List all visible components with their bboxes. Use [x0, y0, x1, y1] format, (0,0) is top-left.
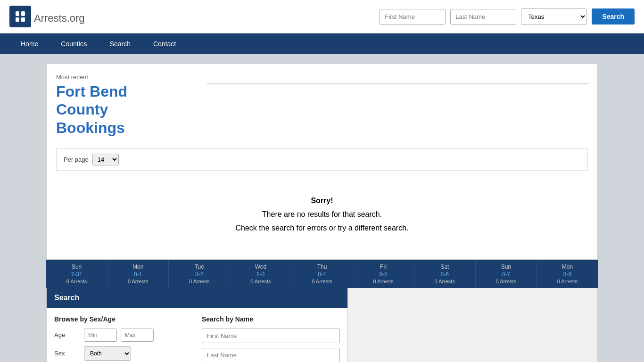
nav-bar: Home Counties Search Contact — [0, 33, 644, 54]
cal-day-1: Mon 8-1 0 Arrests — [107, 260, 169, 288]
header-last-name-input[interactable] — [450, 9, 516, 25]
bottom-section: Search Browse by Sex/Age Age Sex Both Ma — [46, 288, 598, 362]
per-page-select[interactable]: 14 25 50 100 — [92, 154, 119, 165]
main-content: Most recent Fort Bend County Bookings Pe… — [39, 54, 605, 362]
cal-day-3: Wed 8-3 0 Arrests — [230, 260, 291, 288]
sex-select[interactable]: Both Male Female — [84, 346, 131, 361]
calendar-strip: Sun 7-31 0 Arrests Mon 8-1 0 Arrests Tue… — [46, 259, 598, 288]
search-panel: Search Browse by Sex/Age Age Sex Both Ma — [46, 288, 348, 362]
age-max-input[interactable] — [121, 329, 154, 342]
cal-date-8[interactable]: 8-8 — [539, 271, 596, 278]
cal-day-6: Sat 8-6 0 Arrests — [414, 260, 476, 288]
header-search-button[interactable]: Search — [592, 8, 635, 25]
search-by-name: Search by Name Search — [202, 315, 340, 362]
nav-contact[interactable]: Contact — [142, 33, 187, 54]
cal-day-4: Thu 8-4 0 Arrests — [291, 260, 353, 288]
sex-label: Sex — [54, 350, 80, 357]
cal-date-0[interactable]: 7-31 — [48, 271, 105, 278]
cal-day-7: Sun 8-7 0 Arrests — [476, 260, 537, 288]
nav-home[interactable]: Home — [9, 33, 50, 54]
cal-date-5[interactable]: 8-5 — [355, 271, 412, 278]
divider — [207, 83, 588, 84]
header-state-select[interactable]: Texas — [521, 8, 587, 25]
age-row: Age — [54, 329, 192, 342]
cal-date-1[interactable]: 8-1 — [109, 271, 166, 278]
per-page-label: Per page — [64, 156, 89, 163]
most-recent-label: Most recent — [56, 74, 198, 81]
search-last-name-input[interactable] — [202, 348, 340, 362]
cal-date-2[interactable]: 8-2 — [171, 271, 228, 278]
svg-rect-3 — [21, 17, 25, 22]
cal-date-7[interactable]: 8-7 — [478, 271, 535, 278]
sex-row: Sex Both Male Female — [54, 346, 192, 361]
cal-day-8: Mon 8-8 0 Arrests — [537, 260, 598, 288]
right-panel — [348, 288, 598, 362]
logo-icon — [9, 6, 31, 27]
cal-day-5: Fri 8-5 0 Arrests — [353, 260, 414, 288]
per-page-row: Per page 14 25 50 100 — [56, 148, 588, 171]
cal-date-4[interactable]: 8-4 — [293, 271, 350, 278]
search-panel-header: Search — [47, 288, 347, 308]
search-panel-body: Browse by Sex/Age Age Sex Both Male Fema… — [47, 308, 347, 362]
cal-date-3[interactable]: 8-3 — [232, 271, 289, 278]
header: Arrests.org Texas Search — [0, 0, 644, 33]
nav-counties[interactable]: Counties — [50, 33, 98, 54]
svg-rect-1 — [21, 11, 25, 16]
logo-suffix: .org — [67, 12, 85, 24]
no-results-message: Sorry! There are no results for that sea… — [56, 180, 588, 249]
svg-rect-0 — [16, 11, 19, 16]
cal-day-0: Sun 7-31 0 Arrests — [46, 260, 107, 288]
county-title: Fort Bend County Bookings — [56, 82, 198, 137]
search-first-name-input[interactable] — [202, 329, 340, 343]
nav-search[interactable]: Search — [99, 33, 142, 54]
age-min-input[interactable] — [84, 329, 117, 342]
browse-title: Browse by Sex/Age — [54, 315, 192, 323]
content-wrapper: Most recent Fort Bend County Bookings Pe… — [46, 64, 598, 259]
svg-rect-2 — [16, 17, 19, 22]
age-label: Age — [54, 331, 80, 338]
header-inputs: Texas Search — [100, 8, 635, 25]
header-first-name-input[interactable] — [380, 9, 446, 25]
logo-area: Arrests.org — [9, 6, 85, 27]
logo-name: Arrests — [34, 12, 67, 24]
browse-sex-age: Browse by Sex/Age Age Sex Both Male Fema… — [54, 315, 192, 362]
search-by-name-title: Search by Name — [202, 315, 340, 323]
cal-day-2: Tue 8-2 0 Arrests — [169, 260, 230, 288]
cal-date-6[interactable]: 8-6 — [416, 271, 473, 278]
logo-text: Arrests.org — [34, 8, 85, 25]
